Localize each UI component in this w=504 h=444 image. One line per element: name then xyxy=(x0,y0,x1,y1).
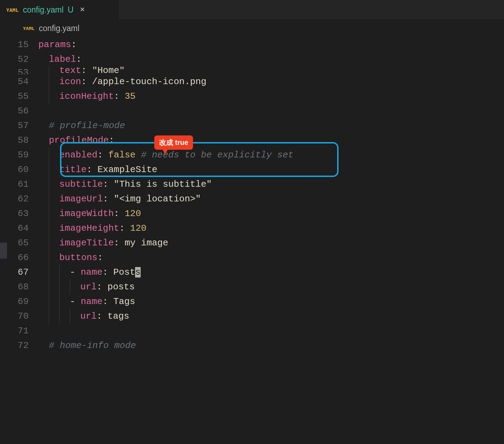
token-key: imageUrl xyxy=(59,194,103,204)
git-status-untracked: U xyxy=(68,5,74,15)
token-cmt: # profile-mode xyxy=(49,120,125,131)
code-content[interactable]: imageTitle: my image xyxy=(38,236,168,250)
token-punc: : xyxy=(97,311,108,321)
code-line[interactable]: 58profileMode: xyxy=(0,133,504,148)
token-punc: : xyxy=(87,164,97,175)
token-punc: : xyxy=(114,208,125,219)
token-punc: : xyxy=(97,150,108,160)
code-content[interactable]: imageWidth: 120 xyxy=(38,206,141,221)
code-content[interactable]: params: xyxy=(38,37,76,52)
code-editor[interactable]: 15params:52label:53text: "Home"54icon: /… xyxy=(0,37,504,353)
token-punc: : xyxy=(97,282,108,292)
code-line[interactable]: 68url: posts xyxy=(0,280,504,294)
token-key: imageHeight xyxy=(59,223,119,234)
token-punc: : xyxy=(103,296,113,307)
token-punc: : xyxy=(97,252,103,263)
code-line[interactable]: 59enabled: false # needs to be explicitl… xyxy=(0,148,504,162)
code-content[interactable]: url: posts xyxy=(38,280,135,294)
annotation-tooltip: 改成 true xyxy=(154,135,193,150)
yaml-icon: YAML xyxy=(6,7,19,13)
token-punc: : xyxy=(109,135,114,146)
token-num: 35 xyxy=(125,91,135,102)
token-key: label xyxy=(49,54,76,65)
token-punc: : xyxy=(71,39,77,50)
code-line[interactable]: 54icon: /apple-touch-icon.png xyxy=(0,74,504,89)
code-line[interactable]: 52label: xyxy=(0,52,504,67)
code-line[interactable]: 71 xyxy=(0,324,504,338)
code-content[interactable]: # home-info mode xyxy=(38,338,136,353)
yaml-icon: YAML xyxy=(23,26,35,31)
annotation-tooltip-text: 改成 true xyxy=(159,139,188,146)
token-str: Tags xyxy=(113,296,135,307)
line-number: 15 xyxy=(0,39,38,50)
line-number: 58 xyxy=(0,135,38,146)
code-line[interactable]: 57# profile-mode xyxy=(0,118,504,133)
editor-tab[interactable]: YAML config.yaml U × xyxy=(0,0,119,19)
breadcrumb[interactable]: YAML config.yaml xyxy=(0,19,504,37)
token-str: my image xyxy=(125,238,168,248)
code-line[interactable]: 60title: ExampleSite xyxy=(0,162,504,177)
code-content[interactable]: imageHeight: 120 xyxy=(38,221,147,236)
token-punc: : xyxy=(103,194,114,204)
code-line[interactable]: 67- name: Posts xyxy=(0,265,504,280)
line-number: 65 xyxy=(0,238,38,248)
token-key: buttons xyxy=(59,252,97,263)
token-dash: - xyxy=(70,267,81,278)
code-content[interactable]: - name: Posts xyxy=(38,265,141,280)
token-str: "<img location>" xyxy=(114,194,201,204)
code-line[interactable]: 62imageUrl: "<img location>" xyxy=(0,192,504,206)
line-number: 68 xyxy=(0,282,38,292)
code-line[interactable]: 53text: "Home" xyxy=(0,67,504,74)
token-punc: : xyxy=(81,67,92,74)
token-key: icon xyxy=(59,76,81,87)
line-number: 70 xyxy=(0,311,38,321)
code-content[interactable]: icon: /apple-touch-icon.png xyxy=(38,74,206,89)
token-punc: : xyxy=(119,223,130,234)
close-icon[interactable]: × xyxy=(80,6,85,14)
line-number: 52 xyxy=(0,54,38,65)
code-content[interactable]: text: "Home" xyxy=(38,67,125,74)
token-str: /apple-touch-icon.png xyxy=(92,76,207,87)
token-punc: : xyxy=(114,238,125,248)
token-key: url xyxy=(80,311,97,321)
code-line[interactable]: 56 xyxy=(0,104,504,118)
code-line[interactable]: 66buttons: xyxy=(0,250,504,265)
code-line[interactable]: 72# home-info mode xyxy=(0,338,504,353)
line-number: 71 xyxy=(0,326,38,336)
token-key: imageTitle xyxy=(59,238,114,248)
code-content[interactable]: imageUrl: "<img location>" xyxy=(38,192,201,206)
token-str: tags xyxy=(108,311,129,321)
line-number: 64 xyxy=(0,223,38,234)
code-line[interactable]: 69- name: Tags xyxy=(0,294,504,309)
token-dash: - xyxy=(70,296,81,307)
code-content[interactable]: url: tags xyxy=(38,309,129,324)
code-content[interactable]: iconHeight: 35 xyxy=(38,89,135,104)
code-line[interactable]: 63imageWidth: 120 xyxy=(0,206,504,221)
code-content[interactable]: label: xyxy=(38,52,82,67)
token-num: 120 xyxy=(130,223,147,234)
token-str: "This is subtitle" xyxy=(114,179,212,190)
token-str: ExampleSite xyxy=(97,164,157,175)
token-punc xyxy=(135,150,141,160)
breadcrumb-filename: config.yaml xyxy=(39,24,79,33)
code-line[interactable]: 61subtitle: "This is subtitle" xyxy=(0,177,504,192)
token-key: subtitle xyxy=(59,179,103,190)
line-number: 53 xyxy=(0,67,38,74)
code-content[interactable]: # profile-mode xyxy=(38,118,125,133)
code-line[interactable]: 64imageHeight: 120 xyxy=(0,221,504,236)
code-line[interactable]: 70url: tags xyxy=(0,309,504,324)
code-content[interactable]: subtitle: "This is subtitle" xyxy=(38,177,212,192)
code-line[interactable]: 55iconHeight: 35 xyxy=(0,89,504,104)
line-number: 63 xyxy=(0,208,38,219)
code-line[interactable]: 65imageTitle: my image xyxy=(0,236,504,250)
code-content[interactable]: - name: Tags xyxy=(38,294,135,309)
code-content[interactable]: profileMode: xyxy=(38,133,114,148)
code-line[interactable]: 15params: xyxy=(0,37,504,52)
token-key: text xyxy=(59,67,81,74)
code-content[interactable]: buttons: xyxy=(38,250,103,265)
token-punc: : xyxy=(114,91,125,102)
code-content[interactable]: title: ExampleSite xyxy=(38,162,157,177)
token-key: imageWidth xyxy=(59,208,114,219)
line-number: 66 xyxy=(0,252,38,263)
token-cur: s xyxy=(135,267,141,278)
